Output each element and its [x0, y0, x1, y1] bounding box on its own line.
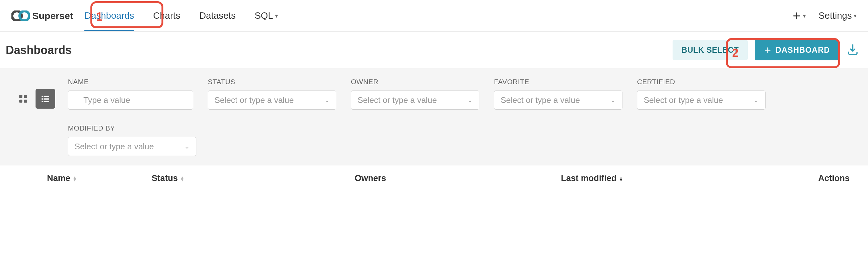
filter-owner: OWNER Select or type a value ⌄ [351, 78, 479, 110]
filter-owner-select[interactable]: Select or type a value ⌄ [351, 90, 479, 110]
chevron-down-icon: ⌄ [753, 96, 759, 104]
svg-rect-8 [41, 98, 43, 100]
page-title: Dashboards [6, 43, 72, 57]
settings-menu[interactable]: Settings ▾ [818, 10, 857, 21]
th-name[interactable]: Name ▴▾ [47, 173, 152, 183]
nav-charts[interactable]: Charts [153, 10, 180, 21]
svg-rect-9 [44, 98, 49, 100]
plus-icon [792, 11, 801, 20]
top-navbar: Superset Dashboards Charts Datasets SQL … [0, 0, 868, 32]
th-actions: Actions [764, 173, 849, 183]
th-status[interactable]: Status ▴▾ [152, 173, 355, 183]
filter-certified-label: CERTIFIED [637, 78, 766, 86]
svg-rect-7 [44, 96, 49, 97]
brand-logo[interactable]: Superset [11, 10, 73, 21]
nav-links: Dashboards Charts Datasets SQL ▾ [84, 10, 278, 21]
filter-favorite-placeholder: Select or type a value [501, 95, 580, 105]
filter-fields: NAME STATUS Select or type a value ⌄ OWN… [68, 78, 859, 156]
chevron-down-icon: ⌄ [467, 96, 473, 104]
nav-sql-label: SQL [255, 10, 273, 21]
grid-icon [18, 94, 28, 104]
filter-modified-by-placeholder: Select or type a value [74, 142, 154, 151]
filter-certified-select[interactable]: Select or type a value ⌄ [637, 90, 766, 110]
results-table: Name ▴▾ Status ▴▾ Owners Last modified ▴… [9, 166, 859, 191]
svg-rect-3 [24, 95, 27, 98]
svg-rect-6 [41, 96, 43, 97]
nav-datasets[interactable]: Datasets [199, 10, 236, 21]
th-status-label: Status [152, 173, 178, 183]
chevron-down-icon: ⌄ [184, 143, 190, 150]
nav-datasets-label: Datasets [199, 10, 236, 21]
nav-sql[interactable]: SQL ▾ [255, 10, 278, 21]
filter-modified-by-select[interactable]: Select or type a value ⌄ [68, 137, 196, 156]
view-toggle [13, 89, 55, 109]
table-header-row: Name ▴▾ Status ▴▾ Owners Last modified ▴… [9, 166, 859, 191]
list-icon [40, 94, 51, 104]
filter-owner-placeholder: Select or type a value [358, 95, 437, 105]
brand-name: Superset [32, 10, 73, 21]
filter-owner-label: OWNER [351, 78, 479, 86]
filter-status-select[interactable]: Select or type a value ⌄ [208, 90, 336, 110]
navbar-right: ▾ Settings ▾ [792, 10, 857, 21]
page-header: Dashboards BULK SELECT DASHBOARD [0, 32, 868, 68]
filter-favorite: FAVORITE Select or type a value ⌄ [494, 78, 622, 110]
filter-certified: CERTIFIED Select or type a value ⌄ [637, 78, 766, 110]
new-dashboard-label: DASHBOARD [776, 46, 830, 55]
new-dashboard-button[interactable]: DASHBOARD [755, 40, 840, 60]
filter-name: NAME [68, 78, 193, 110]
list-view-button[interactable] [35, 89, 55, 109]
svg-rect-4 [19, 100, 22, 103]
filter-name-input[interactable] [68, 90, 193, 110]
caret-down-icon: ▾ [854, 12, 857, 19]
caret-down-icon: ▾ [803, 12, 806, 19]
nav-dashboards-label: Dashboards [84, 10, 134, 21]
filter-modified-by-label: MODIFIED BY [68, 124, 196, 133]
filters-panel: NAME STATUS Select or type a value ⌄ OWN… [0, 68, 868, 166]
th-last-modified[interactable]: Last modified ▴▾ [561, 173, 764, 183]
navbar-left: Superset Dashboards Charts Datasets SQL … [11, 10, 278, 21]
filter-certified-placeholder: Select or type a value [644, 95, 723, 105]
logo-icon [11, 10, 30, 21]
nav-charts-label: Charts [153, 10, 180, 21]
card-view-button[interactable] [13, 89, 33, 109]
caret-down-icon: ▾ [275, 12, 278, 19]
filter-status-placeholder: Select or type a value [214, 95, 294, 105]
sort-icon: ▴▾ [181, 176, 183, 181]
svg-rect-11 [44, 101, 49, 102]
filter-favorite-label: FAVORITE [494, 78, 622, 86]
filter-favorite-select[interactable]: Select or type a value ⌄ [494, 90, 622, 110]
sort-icon: ▴▾ [73, 176, 76, 181]
svg-rect-10 [41, 101, 43, 102]
new-menu-button[interactable]: ▾ [792, 11, 806, 20]
svg-rect-5 [24, 100, 27, 103]
filter-name-label: NAME [68, 78, 193, 86]
th-actions-label: Actions [818, 173, 849, 183]
sort-icon: ▴▾ [620, 176, 622, 181]
th-owners: Owners [355, 173, 561, 183]
import-icon[interactable] [846, 43, 859, 57]
svg-rect-2 [19, 95, 22, 98]
chevron-down-icon: ⌄ [324, 96, 330, 104]
filter-modified-by: MODIFIED BY Select or type a value ⌄ [68, 124, 196, 156]
nav-dashboards[interactable]: Dashboards [84, 10, 134, 31]
plus-icon [764, 47, 771, 54]
th-name-label: Name [47, 173, 70, 183]
bulk-select-button[interactable]: BULK SELECT [673, 40, 748, 60]
th-owners-label: Owners [355, 173, 386, 183]
filter-status-label: STATUS [208, 78, 336, 86]
chevron-down-icon: ⌄ [610, 96, 616, 104]
page-actions: BULK SELECT DASHBOARD [673, 40, 859, 60]
th-last-modified-label: Last modified [561, 173, 617, 183]
settings-label: Settings [818, 10, 852, 21]
filter-status: STATUS Select or type a value ⌄ [208, 78, 336, 110]
